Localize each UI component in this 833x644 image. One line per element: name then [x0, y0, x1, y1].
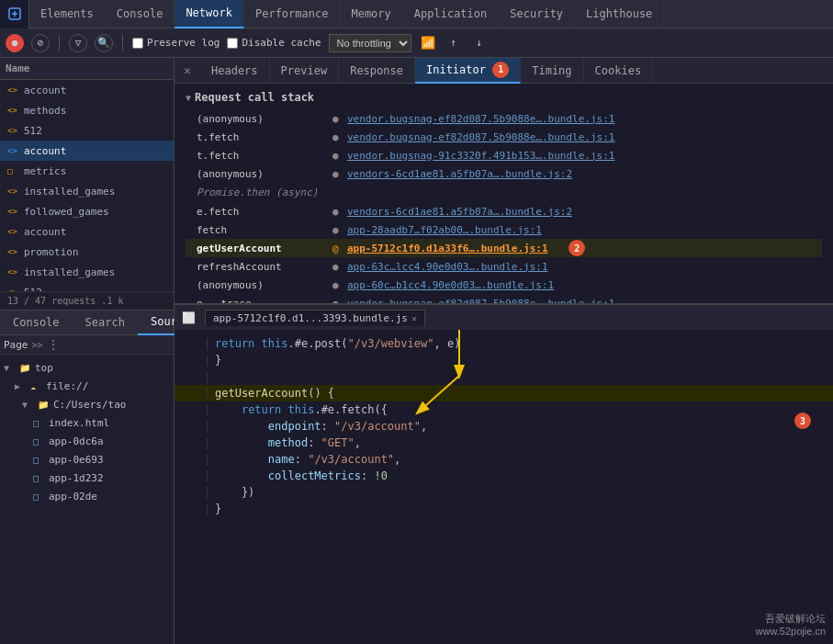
code-line: - endpoint: "/v3/account", — [174, 418, 833, 435]
file-tree: ▼ 📁 top ▶ ☁ file:// ▼ 📁 C:/Users/tao □ i… — [0, 355, 174, 644]
right-panel: ✕ Headers Preview Response Initiator 1 T… — [174, 58, 833, 644]
requests-status: 13 / 47 requests .1 k — [0, 291, 174, 310]
clear-button[interactable]: ⊘ — [31, 34, 50, 52]
detail-tab-headers[interactable]: Headers — [200, 58, 270, 84]
file-tree-app1[interactable]: □ app-0dc6a — [0, 432, 174, 450]
tab-memory[interactable]: Memory — [340, 0, 402, 28]
call-stack-link[interactable]: vendor.bugsnag-ef82d087.5b9088e….bundle.… — [347, 131, 614, 143]
request-item-methods[interactable]: <> methods — [0, 100, 174, 120]
doc-icon: □ — [7, 166, 20, 175]
download-icon[interactable]: ↓ — [470, 34, 489, 52]
code-file-tab[interactable]: app-5712c1f0.d1...3393.bundle.js ✕ — [205, 310, 425, 326]
xhr-icon: <> — [7, 146, 20, 155]
request-item-512b[interactable]: <> 512 — [0, 282, 174, 291]
detail-tab-response[interactable]: Response — [339, 58, 415, 84]
request-item-installed1[interactable]: <> installed_games — [0, 181, 174, 201]
file-tree-index[interactable]: □ index.html — [0, 413, 174, 432]
call-stack-link[interactable]: vendor.bugsnag-ef82d087.5b9088e….bundle.… — [347, 298, 614, 305]
triangle-icon: ▼ — [186, 93, 191, 103]
tab-search-bottom[interactable]: Search — [73, 310, 138, 335]
tab-console-bottom[interactable]: Console — [0, 310, 73, 335]
call-stack-tfetch2: t.fetch ● vendor.bugsnag-91c3320f.491b15… — [186, 146, 822, 164]
request-item-account2-selected[interactable]: <> account — [0, 141, 174, 161]
wifi-icon[interactable]: 📶 — [419, 34, 437, 52]
tab-lighthouse[interactable]: Lighthouse — [575, 0, 664, 28]
detail-close-button[interactable]: ✕ — [174, 58, 200, 84]
filter-button[interactable]: ▽ — [69, 34, 87, 52]
more-dots[interactable]: ⋮ — [47, 337, 60, 352]
call-stack-anon3: (anonymous) ● app-60c…b1cc4.90e0d03….bun… — [186, 276, 822, 294]
tab-performance[interactable]: Performance — [244, 0, 340, 28]
throttle-select[interactable]: No throttling — [329, 34, 411, 52]
folder-icon-top: 📁 — [19, 363, 32, 373]
code-line: - } — [174, 501, 833, 517]
search-button[interactable]: 🔍 — [95, 34, 113, 52]
call-stack-getuseraccount: getUserAccount @ app-5712c1f0.d1a33f6….b… — [186, 239, 822, 257]
call-stack-link[interactable]: vendor.bugsnag-ef82d087.5b9088e….bundle.… — [347, 113, 614, 125]
file-tree-app2[interactable]: □ app-0e693 — [0, 450, 174, 469]
record-button[interactable]: ● — [6, 34, 24, 52]
xhr-icon: <> — [7, 126, 20, 135]
file-tree-file[interactable]: ▶ ☁ file:// — [0, 377, 174, 395]
file-icon-app4: □ — [33, 491, 46, 502]
request-item-followed[interactable]: <> followed_games — [0, 201, 174, 221]
preserve-log-checkbox[interactable]: Preserve log — [132, 37, 220, 49]
file-tree-app3[interactable]: □ app-1d232 — [0, 469, 174, 487]
call-stack-link[interactable]: vendors-6cd1ae81.a5fb07a….bundle.js:2 — [347, 206, 572, 218]
tab-application[interactable]: Application — [403, 0, 499, 28]
request-item-promotion[interactable]: <> promotion — [0, 242, 174, 262]
call-stack-active-link[interactable]: app-5712c1f0.d1a33f6….bundle.js:1 — [347, 243, 548, 254]
call-stack-link[interactable]: vendors-6cd1ae81.a5fb07a….bundle.js:2 — [347, 168, 572, 180]
close-file-icon[interactable]: ✕ — [411, 313, 417, 323]
request-item-512a[interactable]: <> 512 — [0, 120, 174, 141]
code-line: - }) — [174, 484, 833, 501]
requests-header: Name — [0, 58, 174, 80]
detail-tab-initiator[interactable]: Initiator 1 — [415, 58, 521, 84]
file-icon-app2: □ — [33, 455, 46, 465]
call-stack-efetch: e.fetch ● vendors-6cd1ae81.a5fb07a….bund… — [186, 202, 822, 220]
tab-security[interactable]: Security — [499, 0, 575, 28]
detail-tab-timing[interactable]: Timing — [521, 58, 583, 84]
badge-2: 2 — [568, 240, 585, 256]
call-stack-link[interactable]: app-28aadb7…f02ab00….bundle.js:1 — [347, 224, 542, 236]
async-separator: Promise.then (async) — [186, 183, 822, 202]
main-layout: Name <> account <> methods <> 512 <> acc… — [0, 58, 833, 644]
call-stack-link[interactable]: app-60c…b1cc4.90e0d03….bundle.js:1 — [347, 279, 554, 291]
tab-network[interactable]: Network — [174, 0, 244, 28]
panel-split: ▼ Request call stack (anonymous) ● vendo… — [174, 84, 833, 644]
call-stack-link[interactable]: app-63c…lcc4.90e0d03….bundle.js:1 — [347, 261, 548, 273]
upload-icon[interactable]: ↑ — [445, 34, 463, 52]
xhr-icon: <> — [7, 85, 20, 95]
tab-console[interactable]: Console — [106, 0, 175, 28]
call-stack-anon2: (anonymous) ● vendors-6cd1ae81.a5fb07a….… — [186, 164, 822, 183]
triangle-icon: ▼ — [4, 363, 17, 373]
sep1 — [59, 35, 60, 51]
call-stack-refresh: refreshAccount ● app-63c…lcc4.90e0d03….b… — [186, 257, 822, 276]
xhr-icon: <> — [7, 186, 20, 196]
call-stack-link[interactable]: vendor.bugsnag-91c3320f.491b153….bundle.… — [347, 150, 614, 162]
file-tree-app4[interactable]: □ app-02de — [0, 487, 174, 505]
request-item-metrics[interactable]: □ metrics — [0, 161, 174, 181]
page-label: Page — [4, 339, 28, 351]
detail-tabs: ✕ Headers Preview Response Initiator 1 T… — [174, 58, 833, 84]
detail-tab-cookies[interactable]: Cookies — [584, 58, 654, 84]
tab-elements[interactable]: Elements — [29, 0, 106, 28]
request-item-account3[interactable]: <> account — [0, 221, 174, 242]
file-tree-top[interactable]: ▼ 📁 top — [0, 358, 174, 377]
detail-tab-preview[interactable]: Preview — [270, 58, 340, 84]
request-item-installed2[interactable]: <> installed_games — [0, 262, 174, 282]
request-item-account1[interactable]: <> account — [0, 80, 174, 100]
file-icon-app1: □ — [33, 436, 46, 446]
code-line: - collectMetrics: !0 — [174, 468, 833, 484]
badge-1: 1 — [492, 62, 509, 78]
folder-icon-c: 📁 — [38, 400, 51, 410]
xhr-icon: <> — [7, 267, 20, 277]
code-line: - method: "GET", — [174, 435, 833, 451]
xhr-icon: <> — [7, 227, 20, 236]
badge-3: 3 — [794, 412, 811, 429]
code-section: ⬜ app-5712c1f0.d1...3393.bundle.js ✕ - r… — [174, 304, 833, 644]
file-tree-cpath[interactable]: ▼ 📁 C:/Users/tao — [0, 395, 174, 413]
sep2 — [122, 35, 123, 51]
disable-cache-checkbox[interactable]: Disable cache — [227, 37, 321, 49]
code-line: - — [174, 368, 833, 385]
